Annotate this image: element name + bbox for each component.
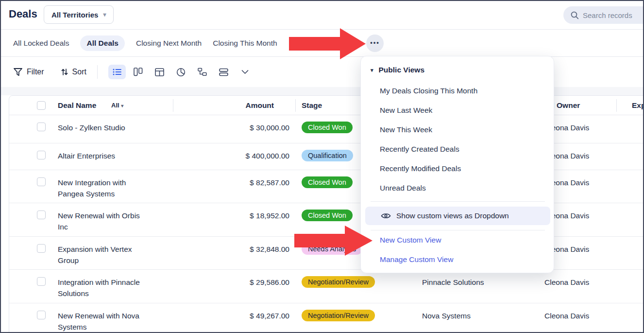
views-tab-bar: All Locked Deals All Deals Closing Next … — [0, 30, 644, 57]
pie-chart-icon — [176, 68, 186, 77]
show-custom-views-as-dropdown-option[interactable]: Show custom views as Dropdown — [365, 207, 550, 225]
views-dropdown-menu: ▾ Public Views My Deals Closing This Mon… — [360, 56, 554, 273]
row-checkbox[interactable] — [37, 177, 46, 186]
stage-badge: Closed Won — [302, 176, 353, 188]
amount-cell: $ 18,952.00 — [173, 210, 289, 221]
collapse-triangle-icon: ▾ — [371, 67, 373, 73]
amount-cell: $ 82,587.00 — [173, 177, 289, 188]
stage-badge: Closed Won — [302, 122, 353, 133]
filter-label: Filter — [27, 68, 44, 76]
filter-funnel-icon — [13, 68, 23, 77]
row-checkbox[interactable] — [37, 210, 46, 219]
table-row[interactable]: Integration with Pinnacle Solutions $ 29… — [9, 270, 644, 303]
stage-badge: Needs Analysis — [302, 243, 362, 255]
deal-name-link[interactable]: Integration with Pinnacle Solutions — [58, 277, 155, 299]
table-row[interactable]: New Renewal with Nova Systems $ 49,267.0… — [9, 303, 644, 333]
deal-name-link[interactable]: Solo - Zylken Studio — [58, 122, 155, 133]
deals-list-view: Deals All Territories ▾ Search records A… — [0, 0, 644, 333]
column-divider — [616, 99, 617, 112]
filter-all-label: All — [111, 102, 119, 109]
manage-custom-view-link[interactable]: Manage Custom View — [380, 255, 453, 264]
menu-item-unread-deals[interactable]: Unread Deals — [380, 184, 426, 193]
more-view-options-button[interactable] — [237, 65, 254, 79]
list-view-icon — [112, 68, 122, 76]
stage-badge: Negotiation/Review — [302, 276, 375, 288]
amount-cell: $ 49,267.00 — [173, 310, 289, 321]
territory-label: All Territories — [51, 11, 98, 19]
deal-name-link[interactable]: Altair Enterprises — [58, 150, 155, 161]
view-type-switcher — [108, 65, 254, 79]
deal-name-link[interactable]: New Renewal with Orbis Inc — [58, 210, 155, 232]
top-bar: Deals All Territories ▾ Search records — [0, 0, 644, 30]
amount-cell: $ 29,586.00 — [173, 277, 289, 288]
row-checkbox[interactable] — [37, 123, 46, 131]
row-checkbox[interactable] — [37, 151, 46, 159]
list-view-button[interactable] — [108, 65, 126, 79]
stacked-rows-icon — [219, 68, 228, 76]
card-rows-view-button[interactable] — [215, 65, 233, 79]
hierarchy-view-button[interactable] — [194, 65, 211, 79]
column-header-amount[interactable]: Amount — [173, 96, 274, 115]
menu-item-recently-modified-deals[interactable]: Recently Modified Deals — [380, 164, 461, 173]
page-title: Deals — [9, 8, 37, 20]
tab-closing-this-month[interactable]: Closing This Month — [213, 39, 277, 48]
new-custom-view-link[interactable]: New Custom View — [380, 236, 441, 245]
menu-item-recently-created-deals[interactable]: Recently Created Deals — [380, 145, 459, 154]
sort-button[interactable]: Sort — [61, 68, 86, 76]
search-placeholder: Search records — [583, 11, 632, 19]
search-icon — [570, 11, 579, 19]
stage-badge: Qualification — [302, 150, 353, 161]
account-name-cell[interactable]: Nova Systems — [422, 310, 471, 321]
amount-cell: $ 30,000.00 — [173, 122, 289, 133]
row-checkbox[interactable] — [37, 244, 46, 253]
menu-item-new-this-week[interactable]: New This Week — [380, 125, 432, 134]
toggle-label: Show custom views as Dropdown — [396, 211, 509, 220]
sort-arrows-icon — [61, 68, 68, 76]
territory-dropdown-button[interactable]: All Territories ▾ — [44, 5, 114, 24]
stage-badge: Negotiation/Review — [302, 310, 375, 321]
toolbar-divider — [97, 65, 98, 79]
deal-name-link[interactable]: New Integration with Pangea Systems — [58, 177, 155, 199]
menu-divider — [371, 230, 545, 230]
column-divider — [295, 99, 296, 112]
tab-all-deals[interactable]: All Deals — [80, 35, 124, 51]
amount-cell: $ 32,848.00 — [173, 244, 289, 255]
menu-item-my-deals-closing-this-month[interactable]: My Deals Closing This Month — [380, 87, 477, 95]
table-view-button[interactable] — [151, 65, 169, 79]
row-checkbox[interactable] — [37, 311, 46, 319]
tab-all-locked-deals[interactable]: All Locked Deals — [13, 39, 69, 48]
select-all-checkbox[interactable] — [37, 101, 46, 110]
account-name-cell[interactable]: Pinnacle Solutions — [422, 277, 484, 288]
deal-name-link[interactable]: Expansion with Vertex Group — [58, 244, 155, 266]
kanban-view-button[interactable] — [130, 65, 147, 79]
chevron-down-icon — [241, 70, 249, 74]
column-header-expected-revenue[interactable]: Expected Revenue — [632, 96, 644, 115]
row-checkbox[interactable] — [37, 277, 46, 286]
deal-owner-cell: Cleona Davis — [544, 310, 589, 321]
tab-closing-next-month[interactable]: Closing Next Month — [136, 39, 202, 48]
menu-item-new-last-week[interactable]: New Last Week — [380, 106, 432, 115]
chart-view-button[interactable] — [172, 65, 190, 79]
public-views-label: Public Views — [379, 66, 424, 74]
eye-icon — [381, 212, 391, 220]
chevron-down-icon: ▾ — [121, 103, 123, 108]
kanban-view-icon — [134, 68, 143, 76]
column-header-stage[interactable]: Stage — [302, 96, 322, 115]
filter-button[interactable]: Filter — [13, 68, 44, 77]
stage-badge: Closed Won — [302, 210, 353, 221]
menu-divider — [371, 201, 545, 202]
more-views-button[interactable]: ••• — [366, 35, 384, 52]
column-header-deal-name[interactable]: Deal Name — [58, 96, 96, 115]
deal-name-link[interactable]: New Renewal with Nova Systems — [58, 310, 155, 333]
deal-name-filter-dropdown[interactable]: All ▾ — [111, 96, 123, 115]
public-views-section-header[interactable]: ▾ Public Views — [371, 66, 424, 74]
deal-owner-cell: Cleona Davis — [544, 277, 589, 288]
amount-cell: $ 400,000.00 — [173, 150, 289, 161]
hierarchy-icon — [198, 68, 207, 76]
table-view-icon — [155, 68, 164, 76]
sort-label: Sort — [72, 68, 86, 76]
search-input[interactable]: Search records — [563, 6, 644, 24]
chevron-down-icon: ▾ — [103, 11, 106, 18]
ellipsis-icon: ••• — [370, 39, 380, 46]
